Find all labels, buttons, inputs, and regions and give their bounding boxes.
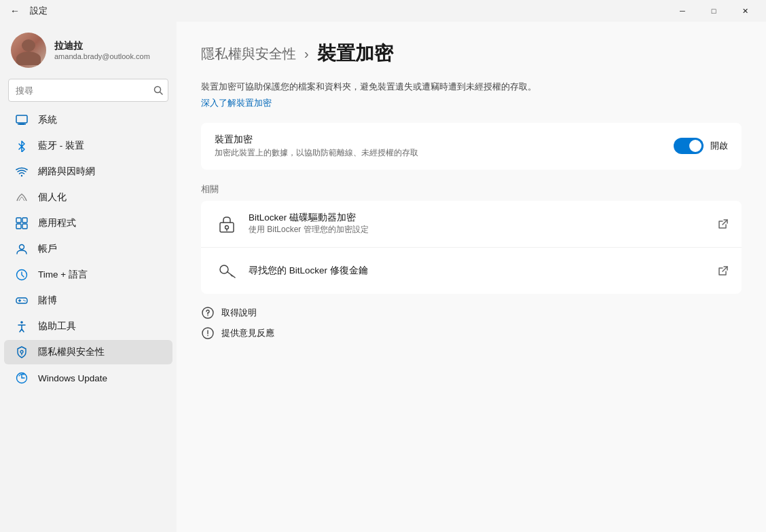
breadcrumb-parent[interactable]: 隱私權與安全性 xyxy=(201,45,296,63)
sidebar-item-gaming-label: 賭博 xyxy=(38,294,57,307)
svg-point-16 xyxy=(24,301,26,302)
content-area: 隱私權與安全性 › 裝置加密 裝置加密可協助保護您的檔案和資料夾，避免裝置遺失或… xyxy=(177,22,766,532)
avatar xyxy=(11,33,46,68)
bluetooth-icon xyxy=(15,139,29,153)
feedback-icon xyxy=(201,326,215,340)
search-icon xyxy=(153,86,163,95)
feedback-link[interactable]: 提供意見反應 xyxy=(201,325,742,341)
privacy-icon xyxy=(15,345,29,359)
svg-point-15 xyxy=(23,300,24,301)
sidebar-item-privacy-label: 隱私權與安全性 xyxy=(38,346,105,358)
app-body: 拉迪拉 amanda.brady@outlook.com 系統 xyxy=(0,22,766,532)
svg-point-30 xyxy=(207,335,208,336)
gaming-icon xyxy=(15,294,29,307)
sidebar: 拉迪拉 amanda.brady@outlook.com 系統 xyxy=(0,22,177,532)
svg-point-5 xyxy=(21,175,22,176)
sidebar-item-bluetooth-label: 藍牙 - 裝置 xyxy=(38,140,84,152)
sidebar-item-accessible-label: 協助工具 xyxy=(38,320,76,332)
help-link[interactable]: 取得說明 xyxy=(201,305,742,321)
sidebar-item-accounts[interactable]: 帳戶 xyxy=(4,237,172,261)
sidebar-item-apps-label: 應用程式 xyxy=(38,217,76,229)
device-encryption-desc: 加密此裝置上的數據，以協助防範離線、未經授權的存取 xyxy=(215,147,674,159)
sidebar-item-apps[interactable]: 應用程式 xyxy=(4,211,172,235)
help-link-label: 取得說明 xyxy=(221,307,257,319)
feedback-link-label: 提供意見反應 xyxy=(221,327,274,339)
help-icon xyxy=(201,306,215,320)
sidebar-item-privacy[interactable]: 隱私權與安全性 xyxy=(4,340,172,364)
external-link-icon xyxy=(718,219,728,229)
sidebar-item-gaming[interactable]: 賭博 xyxy=(4,288,172,313)
svg-rect-6 xyxy=(16,218,21,223)
network-icon xyxy=(15,165,29,178)
titlebar-title: 設定 xyxy=(30,5,48,17)
bitlocker-row[interactable]: BitLocker 磁碟驅動器加密 使用 BitLocker 管理您的加密設定 xyxy=(201,201,742,247)
page-description: 裝置加密可協助保護您的檔案和資料夾，避免裝置遺失或遭竊時遭到未經授權的存取。 xyxy=(201,80,742,94)
device-encryption-row: 裝置加密 加密此裝置上的數據，以協助防範離線、未經授權的存取 開啟 xyxy=(201,123,742,170)
sidebar-item-bluetooth[interactable]: 藍牙 - 裝置 xyxy=(4,134,172,158)
window-controls: ─ □ ✕ xyxy=(667,0,761,22)
update-icon xyxy=(15,371,29,385)
bitlocker-key-icon xyxy=(215,259,239,283)
svg-rect-7 xyxy=(22,218,27,223)
user-email: amanda.brady@outlook.com xyxy=(54,52,150,60)
sidebar-item-network-label: 網路與因時網 xyxy=(38,166,95,178)
page-title: 裝置加密 xyxy=(317,41,393,66)
search-box xyxy=(8,79,168,102)
sidebar-item-system-label: 系統 xyxy=(38,114,57,126)
toggle-label: 開啟 xyxy=(710,140,728,152)
apps-icon xyxy=(15,216,29,230)
breadcrumb: 隱私權與安全性 › 裝置加密 xyxy=(201,41,742,66)
user-profile[interactable]: 拉迪拉 amanda.brady@outlook.com xyxy=(0,22,177,76)
device-encryption-card: 裝置加密 加密此裝置上的數據，以協助防範離線、未經授權的存取 開啟 xyxy=(201,123,742,170)
bitlocker-title: BitLocker 磁碟驅動器加密 xyxy=(249,212,718,224)
search-input[interactable] xyxy=(8,79,168,102)
device-encryption-toggle[interactable] xyxy=(674,138,704,154)
bitlocker-recovery-title: 尋找您的 BitLocker 修復金鑰 xyxy=(249,265,718,277)
related-section-label: 相關 xyxy=(201,183,742,195)
bitlocker-recovery-row[interactable]: 尋找您的 BitLocker 修復金鑰 xyxy=(201,247,742,294)
svg-rect-8 xyxy=(16,224,21,229)
personalize-icon xyxy=(15,191,29,204)
user-name: 拉迪拉 xyxy=(54,40,150,52)
system-icon xyxy=(15,113,29,127)
bitlocker-icon xyxy=(215,212,239,236)
external-link-icon-2 xyxy=(718,266,728,276)
svg-point-17 xyxy=(20,321,23,324)
sidebar-item-system[interactable]: 系統 xyxy=(4,108,172,132)
sidebar-item-personalize[interactable]: 個人化 xyxy=(4,185,172,210)
sidebar-item-accessible[interactable]: 協助工具 xyxy=(4,314,172,339)
time-icon xyxy=(15,268,29,282)
close-button[interactable]: ✕ xyxy=(729,0,761,22)
sidebar-item-time[interactable]: Time + 語言 xyxy=(4,263,172,287)
learn-more-link[interactable]: 深入了解裝置加密 xyxy=(201,97,272,109)
accounts-icon xyxy=(15,242,29,256)
svg-point-10 xyxy=(20,245,24,250)
sidebar-item-personalize-label: 個人化 xyxy=(38,191,67,204)
breadcrumb-arrow: › xyxy=(304,46,309,62)
sidebar-item-network[interactable]: 網路與因時網 xyxy=(4,159,172,184)
svg-point-28 xyxy=(207,315,208,316)
footer-links: 取得說明 提供意見反應 xyxy=(201,305,742,341)
minimize-button[interactable]: ─ xyxy=(667,0,698,22)
related-card: BitLocker 磁碟驅動器加密 使用 BitLocker 管理您的加密設定 xyxy=(201,201,742,294)
sidebar-item-accounts-label: 帳戶 xyxy=(38,243,57,255)
svg-rect-9 xyxy=(22,224,27,229)
bitlocker-desc: 使用 BitLocker 管理您的加密設定 xyxy=(249,224,718,235)
sidebar-item-time-label: Time + 語言 xyxy=(38,269,88,281)
accessible-icon xyxy=(15,320,29,333)
svg-rect-2 xyxy=(16,115,27,123)
svg-line-1 xyxy=(160,92,163,95)
sidebar-item-update[interactable]: Windows Update xyxy=(4,366,172,390)
titlebar: ← 設定 ─ □ ✕ xyxy=(0,0,766,22)
device-encryption-title: 裝置加密 xyxy=(215,134,674,146)
sidebar-item-update-label: Windows Update xyxy=(38,373,107,383)
back-button[interactable]: ← xyxy=(5,1,24,20)
maximize-button[interactable]: □ xyxy=(698,0,729,22)
